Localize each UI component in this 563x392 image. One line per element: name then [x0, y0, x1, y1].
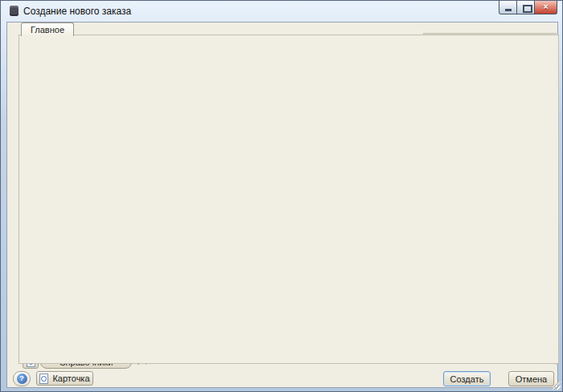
cancel-button[interactable]: Отмена [508, 371, 554, 386]
close-button[interactable]: × [534, 1, 557, 14]
order-window: Создание нового заказа × Главное * Назва… [0, 0, 563, 392]
minimize-icon [505, 9, 512, 11]
help-button[interactable]: ? [13, 371, 31, 386]
resize-grip[interactable] [552, 381, 561, 390]
tab-page [18, 35, 559, 364]
app-icon [10, 6, 18, 16]
magnifier-document-icon [39, 374, 48, 384]
card-button-label: Карточка [52, 374, 89, 383]
minimize-button[interactable] [499, 1, 517, 14]
close-icon: × [535, 2, 557, 11]
card-button[interactable]: Карточка [36, 371, 93, 386]
maximize-button[interactable] [516, 1, 535, 14]
create-button[interactable]: Создать [443, 371, 491, 386]
window-title: Создание нового заказа [23, 6, 131, 17]
maximize-icon [523, 5, 532, 13]
help-icon: ? [17, 374, 27, 384]
tab-main[interactable]: Главное [21, 22, 74, 36]
